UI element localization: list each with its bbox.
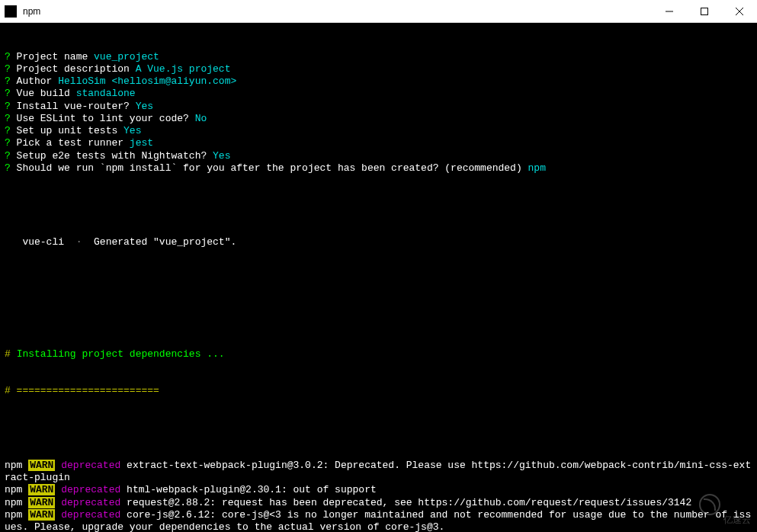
prompt-answer: Yes (123, 125, 141, 136)
prompt-line: ? Use ESLint to lint your code? No (5, 113, 752, 125)
question-mark-icon: ? (5, 63, 11, 75)
prompt-question: Use ESLint to lint your code? (11, 113, 195, 124)
prompt-answer: vue_project (94, 51, 159, 62)
warn-badge: WARN (28, 497, 55, 508)
question-mark-icon: ? (5, 75, 11, 87)
warn-badge: WARN (28, 509, 55, 521)
prompt-line: ? Setup e2e tests with Nightwatch? Yes (5, 150, 752, 162)
question-mark-icon: ? (5, 125, 11, 136)
prompt-question: Project description (11, 63, 136, 75)
question-mark-icon: ? (5, 113, 11, 124)
terminal-output[interactable]: ? Project name vue_project? Project desc… (0, 23, 757, 532)
prompt-line: ? Vue build standalone (5, 88, 752, 100)
deprecated-label: deprecated (61, 460, 120, 471)
prompt-answer: HelloSim <hellosim@aliyun.com> (58, 75, 236, 87)
npm-warn-line: npm WARN deprecated html-webpack-plugin@… (5, 484, 752, 496)
prompt-line: ? Project name vue_project (5, 51, 752, 63)
window-controls (652, 0, 757, 23)
warn-message: request@2.88.2: request has been depreca… (127, 497, 691, 508)
prompt-answer: A Vue.js project (136, 63, 231, 75)
prompt-answer: Yes (213, 150, 230, 162)
app-icon (5, 5, 17, 18)
prompt-line: ? Pick a test runner jest (5, 137, 752, 149)
generated-text: Generated "vue_project". (94, 236, 236, 248)
close-button[interactable] (722, 0, 757, 23)
npm-label: npm (5, 497, 22, 508)
app-window: npm ? Project name vue_project? Project … (0, 0, 757, 532)
question-mark-icon: ? (5, 150, 11, 162)
question-mark-icon: ? (5, 137, 11, 149)
prompt-question: Author (11, 75, 58, 87)
deprecated-label: deprecated (61, 497, 120, 508)
minimize-button[interactable] (652, 0, 687, 23)
prompt-line: ? Author HelloSim <hellosim@aliyun.com> (5, 75, 752, 88)
prompt-question: Pick a test runner (11, 137, 130, 149)
titlebar: npm (0, 0, 757, 23)
prompt-question: Set up unit tests (11, 125, 123, 136)
prompt-question: Install vue-router? (11, 101, 136, 112)
maximize-button[interactable] (687, 0, 722, 23)
npm-label: npm (5, 509, 22, 521)
deprecated-label: deprecated (61, 509, 120, 521)
question-mark-icon: ? (5, 162, 11, 174)
prompt-answer: standalone (76, 88, 136, 99)
separator: # ======================== (5, 385, 752, 397)
svg-rect-1 (701, 8, 708, 14)
prompt-question: Vue build (11, 88, 76, 99)
prompt-line: ? Install vue-router? Yes (5, 101, 752, 113)
question-mark-icon: ? (5, 101, 11, 112)
vue-cli-label: vue-cli (5, 236, 64, 248)
prompt-question: Should we run `npm install` for you afte… (11, 162, 528, 174)
npm-warn-line: npm WARN deprecated core-js@2.6.12: core… (5, 509, 752, 532)
npm-warn-line: npm WARN deprecated extract-text-webpack… (5, 460, 752, 485)
prompt-answer: npm (528, 162, 546, 174)
warn-badge: WARN (28, 484, 55, 495)
prompt-question: Project name (11, 51, 94, 62)
window-title: npm (21, 6, 652, 17)
warn-message: html-webpack-plugin@2.30.1: out of suppo… (127, 484, 377, 495)
prompt-answer: No (195, 113, 207, 124)
npm-label: npm (5, 460, 22, 471)
installing-header: Installing project dependencies ... (17, 348, 225, 360)
question-mark-icon: ? (5, 88, 11, 99)
prompt-line: ? Project description A Vue.js project (5, 63, 752, 75)
prompt-answer: Yes (136, 101, 153, 112)
prompt-answer: jest (130, 137, 153, 149)
deprecated-label: deprecated (61, 484, 120, 495)
prompt-question: Setup e2e tests with Nightwatch? (11, 150, 213, 162)
prompt-line: ? Should we run `npm install` for you af… (5, 162, 752, 175)
npm-label: npm (5, 484, 22, 495)
warn-badge: WARN (28, 460, 55, 471)
prompt-line: ? Set up unit tests Yes (5, 125, 752, 137)
question-mark-icon: ? (5, 51, 11, 62)
npm-warn-line: npm WARN deprecated request@2.88.2: requ… (5, 497, 752, 509)
